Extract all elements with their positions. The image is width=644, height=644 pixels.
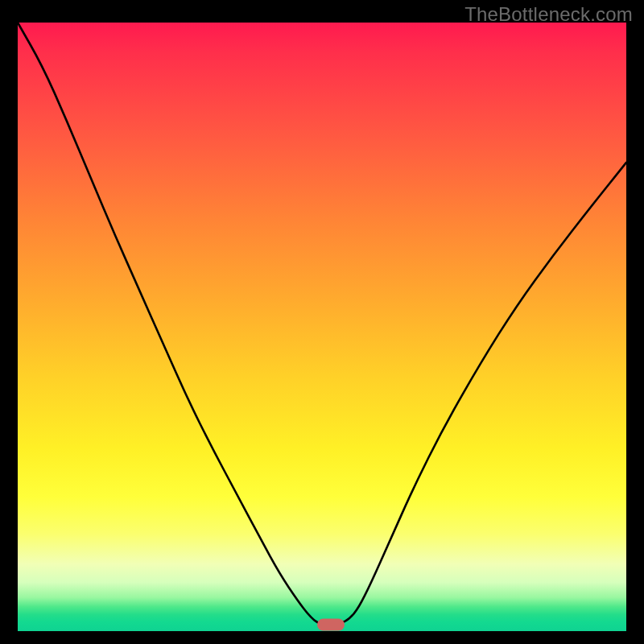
bottleneck-curve — [18, 23, 626, 631]
watermark-text: TheBottleneck.com — [464, 3, 633, 26]
optimum-marker — [317, 619, 345, 631]
plot-area — [18, 23, 626, 631]
chart-frame: TheBottleneck.com — [0, 0, 644, 644]
